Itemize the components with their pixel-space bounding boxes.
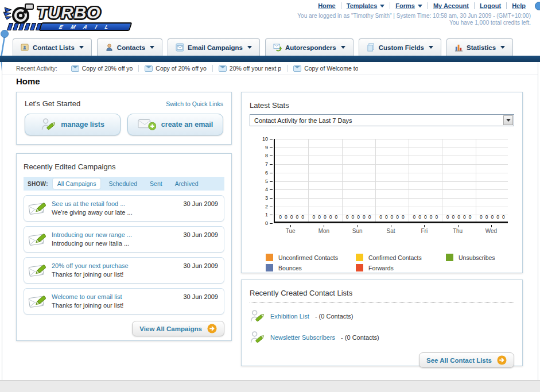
legend-swatch-icon: [356, 264, 363, 271]
contact-list-link[interactable]: Newsletter Subscribers: [270, 334, 335, 341]
chart-gridline: [375, 139, 376, 222]
bar-value-label: 0: [485, 214, 488, 220]
bar-value-label: 0: [469, 214, 472, 220]
y-axis-tick-label: 4: [253, 187, 268, 192]
bar-value-label: 0: [396, 214, 399, 220]
dropdown-arrow-icon: [380, 5, 384, 7]
bar-value-label: 0: [285, 214, 288, 220]
email-campaigns-icon: [176, 43, 184, 52]
person-pencil-icon: [250, 308, 265, 324]
manage-lists-button[interactable]: manage lists: [25, 114, 121, 135]
recent-activity-item[interactable]: Copy of 20% off yo: [65, 65, 139, 72]
recent-activity-item[interactable]: Copy of Welcome to: [288, 65, 364, 72]
nav-forms[interactable]: Forms: [390, 2, 428, 9]
x-axis-tick-mark: [391, 225, 391, 227]
autoresponders-icon: [273, 43, 282, 52]
chart-gridline: [275, 181, 508, 182]
tab-custom-fields[interactable]: Custom Fields: [359, 38, 441, 56]
navy-divider-bar: [0, 56, 540, 62]
logo-speed-dashes: [8, 23, 41, 30]
create-email-button[interactable]: create an email: [127, 114, 223, 135]
stats-period-select[interactable]: Contact Activity for the Last 7 Days: [250, 114, 514, 126]
bar-value-group: 00000: [409, 214, 442, 220]
envelope-icon: [145, 65, 153, 72]
bar-value-label: 0: [335, 214, 338, 220]
filter-sent[interactable]: Sent: [145, 178, 167, 189]
nav-templates[interactable]: Templates: [341, 2, 391, 9]
bar-value-group: 00000: [442, 214, 475, 220]
bar-value-label: 0: [346, 214, 349, 220]
nav-my-account[interactable]: My Account: [428, 2, 475, 9]
chart-gridline: [275, 189, 508, 190]
view-all-campaigns-button[interactable]: View All Campaigns: [132, 321, 224, 336]
campaign-date: 30 Jun 2009: [183, 293, 218, 300]
campaign-row[interactable]: Introducing our new range ... Introducin…: [24, 226, 224, 253]
legend-item: Unsubscribes: [446, 254, 536, 261]
campaign-row[interactable]: See us at the retail food ... We're givi…: [24, 195, 224, 222]
legend-swatch-icon: [266, 264, 273, 271]
help-bubble-icon[interactable]: [535, 2, 540, 10]
contact-list-link[interactable]: Exhibition List: [270, 313, 309, 320]
chart-gridline: [275, 198, 508, 199]
y-axis-tick-mark: [270, 148, 273, 148]
nav-logout[interactable]: Logout: [475, 2, 507, 9]
filter-all-campaigns[interactable]: All Campaigns: [53, 178, 101, 189]
campaign-subtitle: Thanks for joining our list!: [52, 271, 219, 278]
dropdown-arrow-icon: [247, 46, 252, 49]
bar-value-label: 0: [457, 214, 460, 220]
campaign-row[interactable]: Welcome to our email list Thanks for joi…: [24, 288, 224, 315]
contacts-icon: [105, 43, 114, 52]
see-all-contact-lists-button[interactable]: See All Contact Lists: [419, 352, 514, 368]
recent-contact-lists-panel: Recently Created Contact Lists Exhibitio…: [241, 280, 523, 366]
campaign-subtitle: Thanks for joining our list!: [52, 302, 219, 309]
envelope-plus-icon: [138, 118, 156, 131]
x-axis-tick-mark: [290, 225, 291, 227]
legend-label: Unsubscribes: [459, 254, 495, 261]
header-nav: Home Templates Forms My Account Logout H…: [313, 2, 531, 9]
bar-value-label: 0: [279, 214, 282, 220]
filter-archived[interactable]: Archived: [170, 178, 203, 189]
campaign-date: 30 Jun 2009: [183, 200, 218, 207]
envelope-pencil-icon: [28, 231, 49, 248]
chart-gridline: [275, 139, 508, 139]
person-pencil-icon: [250, 329, 265, 346]
y-axis-tick-mark: [270, 164, 273, 165]
campaign-row[interactable]: 20% off your next purchase Thanks for jo…: [24, 257, 224, 284]
envelope-pencil-icon: [28, 293, 49, 310]
tab-contact-lists[interactable]: Contact Lists: [13, 38, 92, 56]
bar-value-group: 00000: [275, 214, 308, 220]
logo-email-banner: E M A I L: [39, 22, 133, 31]
nav-home[interactable]: Home: [313, 2, 341, 9]
recent-campaigns-title: Recently Edited Campaigns: [24, 162, 115, 171]
dropdown-arrow-icon: [150, 46, 154, 49]
chart-gridline: [409, 139, 409, 222]
envelope-icon: [293, 65, 301, 72]
contact-list-row[interactable]: Newsletter Subscribers - (0 Contacts): [250, 329, 514, 346]
turbo-email-logo[interactable]: TURBO E M A I L: [3, 2, 138, 33]
legend-item: Forwards: [356, 264, 446, 271]
chart-gridline: [275, 148, 508, 148]
contact-list-row[interactable]: Exhibition List - (0 Contacts): [250, 308, 514, 324]
contact-list-count: - (0 Contacts): [315, 313, 353, 320]
y-axis-tick-label: 7: [253, 161, 268, 167]
tab-autoresponders[interactable]: Autoresponders: [265, 38, 353, 56]
switch-quick-links-link[interactable]: Switch to Quick Links: [166, 100, 223, 107]
bar-value-group: 00000: [476, 214, 509, 220]
chart-gridline: [275, 173, 508, 173]
recent-activity-item[interactable]: 20% off your next p: [213, 65, 288, 72]
campaign-subtitle: Introducing our new Italia ...: [52, 240, 219, 247]
nav-help[interactable]: Help: [507, 2, 531, 9]
bar-value-label: 0: [363, 214, 366, 220]
x-axis-tick-mark: [358, 225, 358, 227]
bar-value-label: 0: [452, 214, 454, 220]
chart-gridline: [275, 156, 508, 156]
tab-statistics[interactable]: Statistics: [446, 38, 513, 56]
tab-contacts[interactable]: Contacts: [97, 38, 162, 56]
filter-scheduled[interactable]: Scheduled: [104, 178, 142, 189]
recent-activity-item[interactable]: Copy of 20% off yo: [139, 65, 213, 72]
x-axis-tick-label: Wed: [475, 228, 508, 234]
tab-email-campaigns[interactable]: Email Campaigns: [168, 38, 260, 56]
get-started-title: Let's Get Started: [25, 99, 80, 108]
arrow-right-icon: [497, 355, 507, 365]
y-axis-tick-mark: [270, 139, 273, 139]
